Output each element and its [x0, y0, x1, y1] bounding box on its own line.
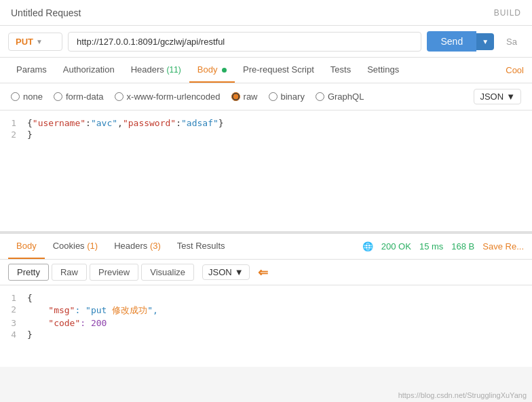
req-val-password: "adsaf" [181, 118, 218, 128]
body-type-bar: none form-data x-www-form-urlencoded raw… [0, 83, 532, 110]
req-key-username: "username" [33, 118, 86, 128]
tab-settings[interactable]: Settings [359, 58, 407, 83]
resp-tab-cookies[interactable]: Cookies (1) [45, 234, 106, 259]
radio-graphql[interactable]: GraphQL [316, 92, 364, 102]
resp-key-msg: "msg" [48, 305, 75, 315]
resp-line-2: 2 "msg": "put 修改成功", [0, 304, 532, 317]
resp-tab-test-results[interactable]: Test Results [169, 234, 233, 259]
save-response-button[interactable]: Save Re... [482, 241, 524, 252]
resp-headers-badge: (3) [150, 241, 161, 251]
send-btn-group: Send ▼ [427, 31, 494, 52]
json-format-select[interactable]: JSON ▼ [474, 89, 521, 104]
view-visualize-button[interactable]: Visualize [141, 264, 194, 281]
send-dropdown-button[interactable]: ▼ [476, 33, 494, 50]
save-button[interactable]: Sa [499, 32, 524, 52]
request-editor[interactable]: 1 {"username":"avc","password":"adsaf"} … [0, 110, 532, 233]
tab-body[interactable]: Body [189, 58, 235, 83]
resp-format-select[interactable]: JSON ▼ [202, 264, 250, 280]
response-tabs: Body Cookies (1) Headers (3) Test Result… [0, 233, 532, 260]
url-bar: PUT ▼ Send ▼ Sa [0, 26, 532, 58]
radio-binary[interactable]: binary [269, 92, 305, 102]
send-button[interactable]: Send [427, 31, 476, 52]
response-section: Body Cookies (1) Headers (3) Test Result… [0, 233, 532, 367]
tab-authorization[interactable]: Authorization [55, 58, 123, 83]
resp-line-4: 4 } [0, 329, 532, 340]
headers-badge: (11) [166, 65, 180, 75]
method-chevron-icon: ▼ [36, 38, 43, 45]
resp-val-code: : 200 [80, 318, 107, 328]
view-raw-button[interactable]: Raw [52, 264, 87, 281]
response-meta: 🌐 200 OK 15 ms 168 B Save Re... [362, 241, 524, 252]
view-pretty-button[interactable]: Pretty [8, 264, 49, 281]
response-time: 15 ms [419, 241, 443, 252]
resp-format-chevron-icon: ▼ [235, 267, 244, 277]
wrap-icon[interactable]: ⇐ [258, 265, 268, 280]
tab-headers[interactable]: Headers (11) [123, 58, 189, 83]
req-key-password: "password" [123, 118, 176, 128]
tab-params[interactable]: Params [8, 58, 55, 83]
view-preview-button[interactable]: Preview [90, 264, 138, 281]
resp-tab-body[interactable]: Body [8, 234, 45, 259]
request-title: Untitled Request [11, 7, 81, 18]
method-select[interactable]: PUT ▼ [8, 33, 62, 51]
req-code-line-2: 2 } [0, 129, 532, 140]
radio-none[interactable]: none [11, 92, 43, 102]
resp-val-cn-msg: 修改成功 [112, 305, 147, 315]
req-code-line-1: 1 {"username":"avc","password":"adsaf"} [0, 117, 532, 129]
resp-line-3: 3 "code": 200 [0, 317, 532, 329]
req-open-brace: { [27, 118, 33, 128]
radio-form-data[interactable]: form-data [54, 92, 104, 102]
response-size: 168 B [451, 241, 474, 252]
response-editor[interactable]: 1 { 2 "msg": "put 修改成功", 3 "code": 200 4… [0, 285, 532, 367]
json-chevron-icon: ▼ [506, 92, 515, 102]
radio-urlencoded[interactable]: x-www-form-urlencoded [115, 92, 221, 102]
tab-tests[interactable]: Tests [322, 58, 359, 83]
globe-icon: 🌐 [362, 241, 373, 252]
resp-line-1: 1 { [0, 292, 532, 304]
resp-tab-headers[interactable]: Headers (3) [106, 234, 169, 259]
method-label: PUT [16, 37, 33, 47]
response-status: 200 OK [381, 241, 411, 252]
build-label: BUILD [494, 8, 521, 18]
body-dot-icon [222, 68, 227, 73]
response-view-bar: Pretty Raw Preview Visualize JSON ▼ ⇐ [0, 260, 532, 285]
req-val-username: "avc" [91, 118, 117, 128]
tab-pre-request[interactable]: Pre-request Script [235, 58, 322, 83]
title-bar: Untitled Request BUILD [0, 0, 532, 26]
cool-link[interactable]: Cool [506, 65, 524, 75]
request-tabs: Params Authorization Headers (11) Body P… [0, 58, 532, 83]
radio-raw[interactable]: raw [231, 92, 258, 102]
url-input[interactable] [68, 32, 421, 52]
cookies-badge: (1) [87, 241, 98, 251]
resp-key-code: "code" [48, 318, 80, 328]
